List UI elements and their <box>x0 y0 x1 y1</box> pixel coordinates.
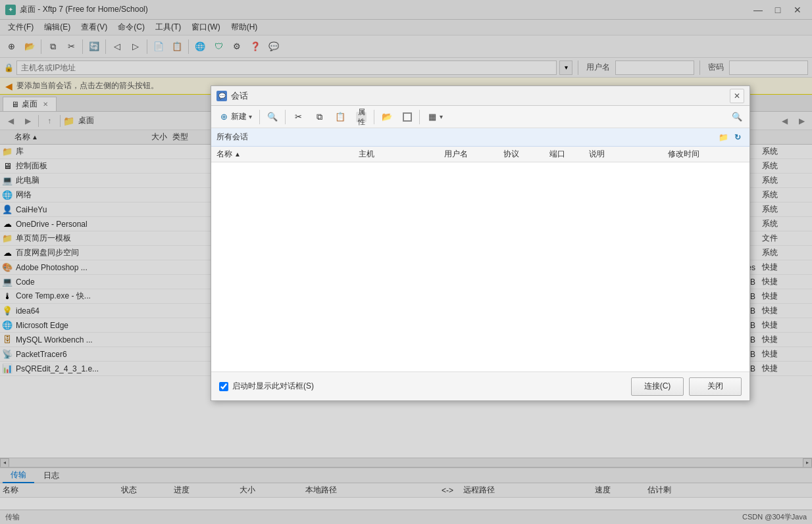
rename-icon: 属性 <box>356 112 367 122</box>
dialog-tb-sep-4 <box>419 110 420 124</box>
st-col-user[interactable]: 用户名 <box>442 149 501 160</box>
dialog-title-text: 会话 <box>231 90 248 102</box>
dialog-title-bar: 💬 会话 ✕ <box>211 86 749 106</box>
dialog-new-button[interactable]: ⊕ 新建 ▾ <box>214 108 257 126</box>
new-icon: ⊕ <box>218 112 229 122</box>
dialog-close-footer-button[interactable]: 关闭 <box>689 377 742 396</box>
search-right-icon: 🔍 <box>732 112 742 122</box>
st-col-name-sort: ▲ <box>234 151 241 158</box>
st-col-port[interactable]: 端口 <box>547 149 586 160</box>
st-col-name-text: 名称 <box>216 149 232 160</box>
view-icon: ▦ <box>427 112 438 122</box>
dialog-close-button[interactable]: ✕ <box>730 89 744 103</box>
open-folder-icon: 📂 <box>382 112 392 122</box>
dialog-tb-sep-2 <box>285 110 286 124</box>
paste-icon: 📋 <box>335 112 345 122</box>
sessions-folder-btn[interactable]: 📁 <box>717 131 730 144</box>
blank-icon <box>403 112 412 122</box>
dialog-title-left: 💬 会话 <box>216 90 248 102</box>
dialog-footer-btns: 连接(C) 关闭 <box>631 377 742 396</box>
st-col-host[interactable]: 主机 <box>356 149 442 160</box>
view-dropdown-icon: ▾ <box>440 113 443 120</box>
dialog-toolbar: ⊕ 新建 ▾ 🔍 ✂ ⧉ 📋 属性 <box>211 106 749 128</box>
sessions-empty <box>211 162 749 371</box>
dialog-view-button[interactable]: ▦ ▾ <box>422 108 447 126</box>
dialog-show-checkbox[interactable] <box>219 382 228 391</box>
dialog-rename-button[interactable]: 属性 <box>351 108 371 126</box>
sessions-title: 所有会话 <box>216 131 248 143</box>
dialog-footer: 启动时显示此对话框(S) 连接(C) 关闭 <box>211 371 749 400</box>
st-col-proto[interactable]: 协议 <box>501 149 547 160</box>
dialog-search-button[interactable]: 🔍 <box>263 108 282 126</box>
dialog-checkbox-label: 启动时显示此对话框(S) <box>232 381 314 392</box>
st-col-desc[interactable]: 说明 <box>586 149 665 160</box>
new-label: 新建 <box>231 111 247 122</box>
sessions-refresh-btn[interactable]: ↻ <box>731 131 744 144</box>
st-col-name[interactable]: 名称 ▲ <box>211 149 356 160</box>
search-icon: 🔍 <box>267 112 278 122</box>
sessions-header: 所有会话 📁 ↻ <box>211 128 749 147</box>
cut-icon: ✂ <box>293 112 303 122</box>
dialog-cut-button[interactable]: ✂ <box>288 108 308 126</box>
dialog-paste-button[interactable]: 📋 <box>330 108 350 126</box>
dialog-icon: 💬 <box>216 91 227 101</box>
sessions-table-header: 名称 ▲ 主机 用户名 协议 端口 说明 修改时间 <box>211 147 749 162</box>
copy-icon: ⧉ <box>314 112 324 122</box>
modal-overlay: 💬 会话 ✕ ⊕ 新建 ▾ 🔍 ✂ <box>0 0 812 524</box>
dialog-tb-sep-3 <box>374 110 374 124</box>
dialog-checkbox-area: 启动时显示此对话框(S) <box>219 381 314 392</box>
dialog-open-folder-button[interactable]: 📂 <box>377 108 397 126</box>
dialog-copy-button[interactable]: ⧉ <box>309 108 329 126</box>
dialog-search-btn-right[interactable]: 🔍 <box>727 108 747 126</box>
dialog-blank-button[interactable] <box>398 108 417 126</box>
new-dropdown-icon: ▾ <box>249 113 252 120</box>
dialog-connect-button[interactable]: 连接(C) <box>631 377 684 396</box>
dialog-content: 所有会话 📁 ↻ 名称 ▲ 主机 用户名 协议 端口 说明 <box>211 128 749 371</box>
sessions-actions: 📁 ↻ <box>717 131 744 144</box>
dialog-tb-sep-1 <box>259 110 260 124</box>
app-window: ✦ 桌面 - Xftp 7 (Free for Home/School) — □… <box>0 0 812 524</box>
session-dialog: 💬 会话 ✕ ⊕ 新建 ▾ 🔍 ✂ <box>211 85 750 401</box>
st-col-time[interactable]: 修改时间 <box>665 149 749 160</box>
